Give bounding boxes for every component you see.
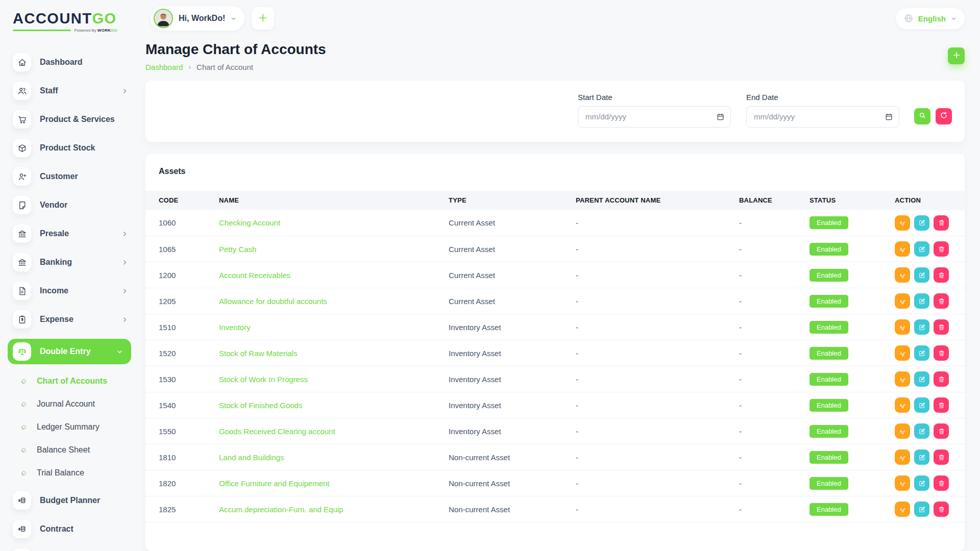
- ledger-button[interactable]: [895, 267, 910, 283]
- search-button[interactable]: [914, 108, 930, 124]
- user-menu[interactable]: Hi, WorkDo!: [151, 6, 244, 31]
- sidebar-item-vendor[interactable]: Vendor: [13, 196, 131, 214]
- account-name-link[interactable]: Office Furniture and Equipement: [219, 479, 330, 488]
- account-name-link[interactable]: Allowance for doubtful accounts: [219, 297, 327, 306]
- edit-button[interactable]: [914, 371, 929, 387]
- delete-button[interactable]: [934, 345, 949, 361]
- account-name-link[interactable]: Account Receivables: [219, 271, 290, 280]
- trash-icon: [938, 402, 945, 409]
- ledger-button[interactable]: [895, 371, 910, 387]
- sidebar-item-label: Expense: [40, 315, 74, 324]
- ledger-button[interactable]: [895, 215, 910, 231]
- sidebar-item-double-entry[interactable]: Double Entry: [8, 339, 131, 364]
- ledger-button[interactable]: [895, 397, 910, 413]
- column-header-name: NAME: [214, 191, 444, 210]
- sidebar-item-product-stock[interactable]: Product Stock: [13, 139, 131, 157]
- edit-button[interactable]: [914, 345, 929, 361]
- logo-secondary: GO: [92, 10, 117, 27]
- account-name-link[interactable]: Stock of Finished Goods: [219, 401, 302, 410]
- start-date-input[interactable]: [578, 106, 731, 128]
- ledger-button[interactable]: [895, 502, 910, 517]
- sidebar-item-trial-balance[interactable]: Trial Balance: [21, 468, 131, 478]
- ledger-button[interactable]: [895, 293, 910, 309]
- edit-button[interactable]: [914, 293, 929, 309]
- sidebar-item-expense[interactable]: Expense: [13, 310, 131, 329]
- sidebar-item-chart-of-accounts[interactable]: Chart of Accounts: [21, 377, 131, 386]
- ledger-button[interactable]: [895, 319, 910, 335]
- ledger-button[interactable]: [895, 475, 910, 491]
- globe-icon: [903, 13, 914, 23]
- account-name-link[interactable]: Stock of Raw Materials: [219, 349, 297, 358]
- edit-button[interactable]: [914, 267, 929, 283]
- edit-button[interactable]: [914, 423, 929, 439]
- edit-button[interactable]: [914, 319, 929, 335]
- table-row: 1820Office Furniture and EquipementNon-c…: [145, 470, 965, 496]
- edit-button[interactable]: [914, 397, 929, 413]
- cell-name: Checking Account: [214, 210, 444, 236]
- sidebar-item-dashboard[interactable]: Dashboard: [13, 53, 131, 71]
- sidebar-item-contract[interactable]: Contract: [13, 520, 131, 538]
- delete-button[interactable]: [934, 397, 949, 413]
- account-name-link[interactable]: Checking Account: [219, 218, 280, 227]
- delete-button[interactable]: [934, 502, 949, 517]
- edit-button[interactable]: [914, 502, 929, 517]
- sidebar-item-customer[interactable]: Customer: [13, 167, 131, 186]
- cell-code: 1510: [145, 314, 214, 340]
- delete-button[interactable]: [934, 449, 949, 465]
- plus-icon: [257, 12, 268, 25]
- delete-button[interactable]: [934, 241, 949, 257]
- account-name-link[interactable]: Accum.depreciation-Furn. and Equip: [219, 505, 343, 514]
- delete-button[interactable]: [934, 319, 949, 335]
- ledger-button[interactable]: [895, 345, 910, 361]
- sidebar-subitem-label: Chart of Accounts: [37, 377, 107, 386]
- ledger-button[interactable]: [895, 449, 910, 465]
- ledger-button[interactable]: [895, 423, 910, 439]
- delete-button[interactable]: [934, 293, 949, 309]
- page-title: Manage Chart of Accounts: [145, 41, 326, 58]
- end-date-input[interactable]: [746, 106, 899, 128]
- account-name-link[interactable]: Stock of Work In Progress: [219, 375, 308, 384]
- sidebar-item-income[interactable]: Income: [13, 282, 131, 300]
- edit-button[interactable]: [914, 241, 929, 257]
- sidebar-item-ledger-summary[interactable]: Ledger Summary: [21, 422, 131, 432]
- cell-balance: -: [734, 210, 804, 236]
- sidebar-item-product-services[interactable]: Product & Services: [13, 110, 131, 129]
- ledger-button[interactable]: [895, 241, 910, 257]
- edit-button[interactable]: [914, 449, 929, 465]
- edit-button[interactable]: [914, 475, 929, 491]
- delete-button[interactable]: [934, 267, 949, 283]
- create-account-button[interactable]: [948, 47, 965, 64]
- cell-balance: -: [734, 496, 804, 522]
- status-badge: Enabled: [810, 399, 848, 412]
- sidebar-item-staff[interactable]: Staff: [13, 82, 131, 100]
- delete-button[interactable]: [934, 371, 949, 387]
- delete-button[interactable]: [934, 423, 949, 439]
- breadcrumb-dashboard[interactable]: Dashboard: [145, 63, 183, 71]
- cart-icon: [13, 110, 31, 129]
- account-name-link[interactable]: Inventory: [219, 323, 251, 332]
- cell-parent: -: [571, 262, 734, 288]
- end-date-label: End Date: [746, 93, 899, 102]
- language-selector[interactable]: English: [896, 8, 965, 29]
- delete-button[interactable]: [934, 215, 949, 231]
- trash-icon: [938, 271, 945, 279]
- sidebar-item-banking[interactable]: Banking: [13, 253, 131, 271]
- sidebar-item-balance-sheet[interactable]: Balance Sheet: [21, 445, 131, 455]
- delete-button[interactable]: [934, 475, 949, 491]
- account-name-link[interactable]: Petty Cash: [219, 245, 256, 254]
- row-actions: [895, 502, 960, 517]
- cell-status: Enabled: [804, 392, 890, 418]
- table-row: 1520Stock of Raw MaterialsInventory Asse…: [145, 340, 965, 366]
- clipboard-dollar-icon: [13, 310, 31, 329]
- sidebar-item-presale[interactable]: Presale: [13, 224, 131, 243]
- sidebar-item-journal-account[interactable]: Journal Account: [21, 399, 131, 409]
- account-name-link[interactable]: Goods Received Clearing account: [219, 427, 335, 436]
- row-actions: [895, 423, 960, 439]
- edit-button[interactable]: [914, 215, 929, 231]
- reset-button[interactable]: [936, 108, 952, 124]
- cell-name: Stock of Raw Materials: [214, 340, 444, 366]
- sidebar-item-budget-planner[interactable]: Budget Planner: [13, 491, 131, 510]
- account-name-link[interactable]: Land and Buildings: [219, 453, 284, 462]
- sidebar-item-item[interactable]: [13, 548, 131, 551]
- quick-add-button[interactable]: [252, 7, 274, 30]
